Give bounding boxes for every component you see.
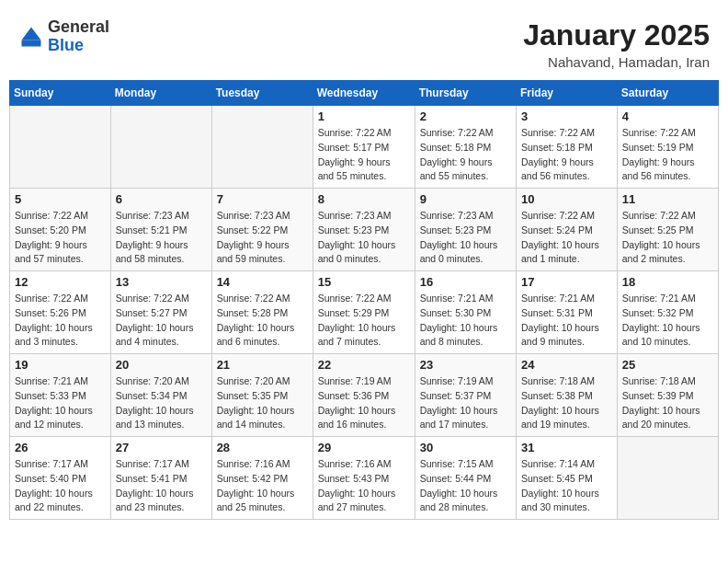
day-info: Sunrise: 7:22 AMSunset: 5:19 PMDaylight:… bbox=[622, 126, 713, 184]
day-info: Sunrise: 7:16 AMSunset: 5:42 PMDaylight:… bbox=[217, 457, 308, 515]
day-info: Sunrise: 7:20 AMSunset: 5:34 PMDaylight:… bbox=[116, 374, 207, 432]
day-info: Sunrise: 7:23 AMSunset: 5:23 PMDaylight:… bbox=[420, 209, 511, 267]
day-info: Sunrise: 7:22 AMSunset: 5:18 PMDaylight:… bbox=[420, 126, 511, 184]
svg-rect-1 bbox=[22, 40, 41, 46]
weekday-header-saturday: Saturday bbox=[617, 81, 718, 106]
day-info: Sunrise: 7:19 AMSunset: 5:36 PMDaylight:… bbox=[318, 374, 410, 432]
day-number: 7 bbox=[217, 192, 308, 206]
day-number: 13 bbox=[116, 275, 207, 289]
svg-marker-0 bbox=[22, 27, 41, 40]
calendar-cell: 23Sunrise: 7:19 AMSunset: 5:37 PMDayligh… bbox=[415, 354, 516, 437]
weekday-header-monday: Monday bbox=[110, 81, 211, 106]
calendar-cell: 5Sunrise: 7:22 AMSunset: 5:20 PMDaylight… bbox=[10, 189, 111, 271]
day-info: Sunrise: 7:23 AMSunset: 5:22 PMDaylight:… bbox=[217, 209, 308, 267]
day-info: Sunrise: 7:19 AMSunset: 5:37 PMDaylight:… bbox=[420, 374, 511, 432]
calendar-cell: 26Sunrise: 7:17 AMSunset: 5:40 PMDayligh… bbox=[10, 437, 111, 520]
day-info: Sunrise: 7:15 AMSunset: 5:44 PMDaylight:… bbox=[420, 457, 511, 515]
calendar-cell: 4Sunrise: 7:22 AMSunset: 5:19 PMDaylight… bbox=[617, 106, 718, 189]
day-info: Sunrise: 7:21 AMSunset: 5:30 PMDaylight:… bbox=[420, 292, 511, 350]
day-number: 28 bbox=[217, 441, 308, 454]
calendar-cell: 20Sunrise: 7:20 AMSunset: 5:34 PMDayligh… bbox=[110, 354, 211, 437]
day-info: Sunrise: 7:23 AMSunset: 5:23 PMDaylight:… bbox=[318, 209, 410, 267]
calendar-cell: 28Sunrise: 7:16 AMSunset: 5:42 PMDayligh… bbox=[211, 437, 313, 520]
day-info: Sunrise: 7:22 AMSunset: 5:18 PMDaylight:… bbox=[521, 126, 612, 184]
day-number: 5 bbox=[15, 192, 106, 206]
calendar-cell: 29Sunrise: 7:16 AMSunset: 5:43 PMDayligh… bbox=[313, 437, 415, 520]
day-info: Sunrise: 7:22 AMSunset: 5:29 PMDaylight:… bbox=[318, 292, 410, 350]
weekday-header-row: SundayMondayTuesdayWednesdayThursdayFrid… bbox=[10, 81, 719, 106]
week-row-2: 5Sunrise: 7:22 AMSunset: 5:20 PMDaylight… bbox=[10, 189, 719, 271]
calendar-cell: 13Sunrise: 7:22 AMSunset: 5:27 PMDayligh… bbox=[110, 271, 211, 354]
week-row-1: 1Sunrise: 7:22 AMSunset: 5:17 PMDaylight… bbox=[10, 106, 719, 189]
logo: General Blue bbox=[18, 18, 109, 55]
calendar-cell: 2Sunrise: 7:22 AMSunset: 5:18 PMDaylight… bbox=[415, 106, 516, 189]
day-number: 20 bbox=[116, 358, 207, 372]
day-info: Sunrise: 7:16 AMSunset: 5:43 PMDaylight:… bbox=[318, 457, 410, 515]
day-number: 23 bbox=[420, 358, 511, 372]
calendar-cell: 17Sunrise: 7:21 AMSunset: 5:31 PMDayligh… bbox=[517, 271, 618, 354]
day-number: 29 bbox=[318, 441, 410, 454]
day-number: 11 bbox=[622, 192, 713, 206]
page-header: General Blue January 2025 Nahavand, Hama… bbox=[9, 9, 719, 75]
day-number: 14 bbox=[217, 275, 308, 289]
day-info: Sunrise: 7:22 AMSunset: 5:20 PMDaylight:… bbox=[15, 209, 106, 267]
day-info: Sunrise: 7:21 AMSunset: 5:31 PMDaylight:… bbox=[521, 292, 612, 350]
day-info: Sunrise: 7:17 AMSunset: 5:41 PMDaylight:… bbox=[116, 457, 207, 515]
day-number: 18 bbox=[622, 275, 713, 289]
day-number: 25 bbox=[622, 358, 713, 372]
title-block: January 2025 Nahavand, Hamadan, Iran bbox=[523, 18, 710, 70]
day-info: Sunrise: 7:22 AMSunset: 5:27 PMDaylight:… bbox=[116, 292, 207, 350]
day-info: Sunrise: 7:20 AMSunset: 5:35 PMDaylight:… bbox=[217, 374, 308, 432]
day-info: Sunrise: 7:22 AMSunset: 5:26 PMDaylight:… bbox=[15, 292, 106, 350]
calendar-cell bbox=[10, 106, 111, 189]
weekday-header-tuesday: Tuesday bbox=[211, 81, 313, 106]
calendar-cell: 18Sunrise: 7:21 AMSunset: 5:32 PMDayligh… bbox=[617, 271, 718, 354]
day-number: 6 bbox=[116, 192, 207, 206]
day-info: Sunrise: 7:18 AMSunset: 5:39 PMDaylight:… bbox=[622, 374, 713, 432]
calendar-cell: 19Sunrise: 7:21 AMSunset: 5:33 PMDayligh… bbox=[10, 354, 111, 437]
calendar-title: January 2025 bbox=[523, 18, 710, 52]
calendar-cell: 6Sunrise: 7:23 AMSunset: 5:21 PMDaylight… bbox=[110, 189, 211, 271]
calendar-subtitle: Nahavand, Hamadan, Iran bbox=[523, 54, 710, 70]
day-number: 1 bbox=[318, 109, 410, 123]
weekday-header-thursday: Thursday bbox=[415, 81, 516, 106]
calendar-cell: 22Sunrise: 7:19 AMSunset: 5:36 PMDayligh… bbox=[313, 354, 415, 437]
day-number: 12 bbox=[15, 275, 106, 289]
calendar-cell: 24Sunrise: 7:18 AMSunset: 5:38 PMDayligh… bbox=[517, 354, 618, 437]
day-number: 4 bbox=[622, 109, 713, 123]
day-number: 26 bbox=[15, 441, 106, 454]
day-info: Sunrise: 7:22 AMSunset: 5:25 PMDaylight:… bbox=[622, 209, 713, 267]
week-row-5: 26Sunrise: 7:17 AMSunset: 5:40 PMDayligh… bbox=[10, 437, 719, 520]
calendar-table: SundayMondayTuesdayWednesdayThursdayFrid… bbox=[9, 80, 719, 520]
calendar-cell: 12Sunrise: 7:22 AMSunset: 5:26 PMDayligh… bbox=[10, 271, 111, 354]
calendar-cell: 21Sunrise: 7:20 AMSunset: 5:35 PMDayligh… bbox=[211, 354, 313, 437]
weekday-header-sunday: Sunday bbox=[10, 81, 111, 106]
calendar-cell: 10Sunrise: 7:22 AMSunset: 5:24 PMDayligh… bbox=[517, 189, 618, 271]
day-number: 22 bbox=[318, 358, 410, 372]
day-number: 9 bbox=[420, 192, 511, 206]
day-info: Sunrise: 7:18 AMSunset: 5:38 PMDaylight:… bbox=[521, 374, 612, 432]
calendar-cell: 15Sunrise: 7:22 AMSunset: 5:29 PMDayligh… bbox=[313, 271, 415, 354]
logo-general-text: General bbox=[48, 17, 109, 36]
day-number: 17 bbox=[521, 275, 612, 289]
day-number: 27 bbox=[116, 441, 207, 454]
calendar-cell: 9Sunrise: 7:23 AMSunset: 5:23 PMDaylight… bbox=[415, 189, 516, 271]
calendar-cell: 7Sunrise: 7:23 AMSunset: 5:22 PMDaylight… bbox=[211, 189, 313, 271]
day-number: 21 bbox=[217, 358, 308, 372]
day-number: 31 bbox=[521, 441, 612, 454]
day-info: Sunrise: 7:22 AMSunset: 5:24 PMDaylight:… bbox=[521, 209, 612, 267]
day-number: 3 bbox=[521, 109, 612, 123]
weekday-header-wednesday: Wednesday bbox=[313, 81, 415, 106]
calendar-cell: 3Sunrise: 7:22 AMSunset: 5:18 PMDaylight… bbox=[517, 106, 618, 189]
day-number: 15 bbox=[318, 275, 410, 289]
day-number: 30 bbox=[420, 441, 511, 454]
calendar-cell: 25Sunrise: 7:18 AMSunset: 5:39 PMDayligh… bbox=[617, 354, 718, 437]
calendar-cell bbox=[211, 106, 313, 189]
calendar-cell: 27Sunrise: 7:17 AMSunset: 5:41 PMDayligh… bbox=[110, 437, 211, 520]
day-number: 24 bbox=[521, 358, 612, 372]
day-info: Sunrise: 7:23 AMSunset: 5:21 PMDaylight:… bbox=[116, 209, 207, 267]
calendar-cell bbox=[110, 106, 211, 189]
day-info: Sunrise: 7:22 AMSunset: 5:17 PMDaylight:… bbox=[318, 126, 410, 184]
day-info: Sunrise: 7:21 AMSunset: 5:32 PMDaylight:… bbox=[622, 292, 713, 350]
day-info: Sunrise: 7:14 AMSunset: 5:45 PMDaylight:… bbox=[521, 457, 612, 515]
